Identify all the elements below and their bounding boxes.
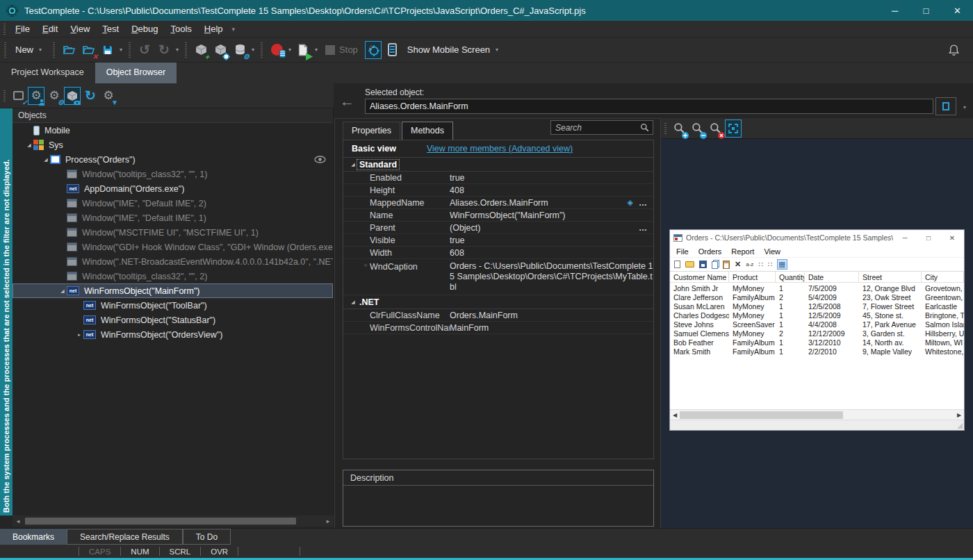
scroll-right-icon[interactable]: ▸ <box>322 518 334 525</box>
services-button[interactable]: ⚙ ⚙ <box>46 87 63 105</box>
zoom-out-button[interactable] <box>689 120 705 138</box>
column-header[interactable]: Product <box>729 272 776 282</box>
tree-item-sys[interactable]: ◢ Sys <box>13 138 333 152</box>
property-search-input[interactable] <box>551 123 640 133</box>
property-row[interactable]: Height 408 <box>343 184 653 197</box>
resize-grip-icon[interactable] <box>957 423 963 429</box>
scrollbar-thumb[interactable] <box>680 411 843 419</box>
property-row[interactable]: Enabled true <box>343 172 653 184</box>
copy-icon[interactable] <box>712 261 718 269</box>
mobile-screen-button[interactable] <box>384 41 401 59</box>
tree-item-statusbar[interactable]: net WinFormsObject("StatusBar") <box>13 313 333 327</box>
expander-closed-icon[interactable]: ▸ <box>75 332 83 338</box>
scrollbar-thumb[interactable] <box>25 518 296 525</box>
record-caret-icon[interactable]: ▾ <box>288 47 291 53</box>
tab-properties[interactable]: Properties <box>343 122 400 140</box>
expander-open-icon[interactable]: ◢ <box>42 157 50 163</box>
tree-item-toolbar[interactable]: net WinFormsObject("ToolBar") <box>13 298 333 313</box>
save-icon[interactable] <box>699 261 707 268</box>
scroll-left-icon[interactable]: ◀ <box>670 412 680 418</box>
paste-icon[interactable] <box>723 261 730 269</box>
category-standard[interactable]: ◢ Standard <box>343 158 653 172</box>
menu-file[interactable]: File <box>9 22 36 35</box>
menu-help[interactable]: Help <box>198 22 229 35</box>
tab-project-workspace[interactable]: Project Workspace <box>0 63 95 83</box>
tab-search-replace-results[interactable]: Search/Replace Results <box>67 529 183 545</box>
show-mobile-screen-button[interactable]: Show Mobile Screen▾ <box>402 44 505 55</box>
notifications-button[interactable] <box>945 41 962 59</box>
fit-to-window-button[interactable] <box>725 120 742 138</box>
add-object-to-map-button[interactable]: ＋ <box>193 41 209 59</box>
orders-menu-file[interactable]: File <box>671 247 694 256</box>
view-hidden-objects-button[interactable] <box>64 87 81 105</box>
menu-debug[interactable]: Debug <box>125 22 164 35</box>
open-folder-icon[interactable] <box>685 261 694 267</box>
show-process-tree-button[interactable]: ⚙ <box>28 87 44 105</box>
property-row[interactable]: Name WinFormsObject("MainForm") <box>343 209 653 222</box>
open-file-button[interactable] <box>60 41 77 59</box>
details-view-icon[interactable]: ▦ <box>777 259 787 270</box>
tree-item-window[interactable]: Window("MSCTFIME UI", "MSCTFIME UI", 1) <box>13 225 333 240</box>
tree-item-appdomain[interactable]: net AppDomain("Orders.exe") <box>13 181 333 196</box>
zoom-reset-button[interactable] <box>707 120 723 138</box>
tree-item-window[interactable]: Window("tooltips_class32", "", 2) <box>13 269 333 283</box>
property-row[interactable]: ClrFullClassName Orders.MainForm <box>343 309 653 322</box>
run-test-button[interactable] <box>295 41 311 59</box>
save-caret-icon[interactable]: ▾ <box>120 47 122 53</box>
menu-overflow-caret[interactable]: ▾ <box>232 26 236 33</box>
orders-menu-orders[interactable]: Orders <box>694 247 727 256</box>
expander-open-icon[interactable]: ◢ <box>58 288 67 294</box>
redo-button[interactable]: ↻ <box>156 41 172 59</box>
tree-item-window[interactable]: Window("IME", "Default IME", 2) <box>13 196 333 211</box>
property-row[interactable]: Parent (Object) … <box>343 222 653 234</box>
menu-test[interactable]: Test <box>96 22 125 35</box>
orders-maximize-button[interactable]: □ <box>917 234 940 242</box>
highlight-object-button[interactable]: ✓ <box>10 87 26 105</box>
category-net[interactable]: ◢ .NET <box>343 295 653 309</box>
tree-item-ordersview[interactable]: ▸ net WinFormsObject("OrdersView") <box>13 327 333 342</box>
new-button[interactable]: New▾ <box>10 44 49 55</box>
redo-caret-icon[interactable]: ▾ <box>176 47 179 53</box>
save-button[interactable] <box>99 41 116 59</box>
scroll-right-icon[interactable]: ▶ <box>954 412 964 418</box>
tab-methods[interactable]: Methods <box>402 122 453 140</box>
delete-icon[interactable]: ✕ <box>735 261 741 268</box>
copy-object-name-button[interactable] <box>935 97 956 115</box>
expander-open-icon[interactable]: ◢ <box>25 142 33 148</box>
property-row[interactable]: MappedName Aliases.Orders.MainForm ◈ … <box>343 197 653 209</box>
ellipsis-button[interactable]: … <box>639 198 648 208</box>
menu-tools[interactable]: Tools <box>164 22 197 35</box>
tree-item-mainform[interactable]: ◢ net WinFormsObject("MainForm") <box>13 283 333 298</box>
tab-bookmarks[interactable]: Bookmarks <box>0 529 67 545</box>
maximize-button[interactable]: □ <box>910 0 942 21</box>
column-header[interactable]: Quantity <box>776 272 805 282</box>
column-header[interactable]: Street <box>859 272 922 282</box>
zoom-in-button[interactable] <box>671 120 687 138</box>
tree-item-process-orders[interactable]: ◢ Process("Orders") <box>13 152 333 167</box>
property-row[interactable]: Width 608 <box>343 247 653 259</box>
menu-view[interactable]: View <box>64 22 96 35</box>
sort-icon[interactable]: a-z <box>746 261 753 267</box>
ellipsis-button[interactable]: … <box>639 223 648 233</box>
close-button[interactable]: ✕ <box>942 0 973 21</box>
column-header[interactable]: Date <box>805 272 859 282</box>
refresh-button[interactable]: ↻ <box>82 87 99 105</box>
objects-horizontal-scrollbar[interactable]: ◂ ▸ <box>13 516 334 527</box>
minimize-button[interactable]: ─ <box>879 0 910 21</box>
eye-icon[interactable] <box>314 156 326 163</box>
data-caret-icon[interactable]: ▾ <box>252 47 254 53</box>
selected-object-input[interactable] <box>365 99 933 114</box>
tree-item-window[interactable]: Window("tooltips_class32", "", 1) <box>13 167 333 181</box>
map-object-from-screen-button[interactable] <box>212 41 229 59</box>
property-row[interactable]: ○ WndCaption Orders - C:\Users\Public\Do… <box>343 259 653 295</box>
object-spy-button[interactable] <box>365 41 382 59</box>
property-row[interactable]: WinFormsControlName MainForm <box>343 322 653 334</box>
tab-object-browser[interactable]: Object Browser <box>95 63 177 83</box>
menu-edit[interactable]: Edit <box>36 22 64 35</box>
tree-item-window[interactable]: Window("GDI+ Hook Window Class", "GDI+ W… <box>13 240 333 254</box>
orders-horizontal-scrollbar[interactable]: ◀ ▶ <box>670 409 964 420</box>
orders-menu-view[interactable]: View <box>759 247 785 256</box>
list-view-icon[interactable]: ∷ <box>768 261 772 268</box>
small-icons-view-icon[interactable]: ∷ <box>758 261 762 268</box>
back-arrow-button[interactable]: ← <box>340 93 354 110</box>
